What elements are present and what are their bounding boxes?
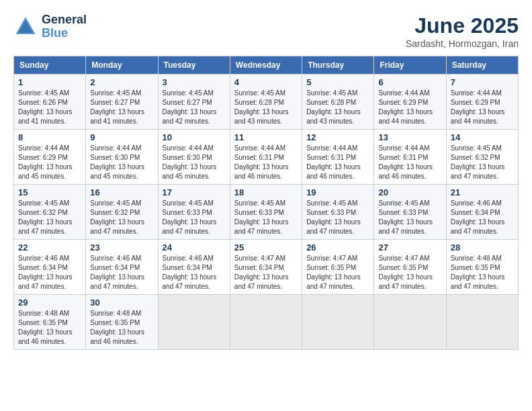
day-info: Sunrise: 4:45 AM Sunset: 6:32 PM Dayligh… — [90, 199, 153, 236]
calendar-table: Sunday Monday Tuesday Wednesday Thursday… — [13, 56, 519, 350]
day-number: 23 — [90, 242, 153, 253]
day-info: Sunrise: 4:45 AM Sunset: 6:33 PM Dayligh… — [234, 199, 298, 236]
header-saturday: Saturday — [446, 56, 518, 75]
header-wednesday: Wednesday — [230, 56, 302, 75]
calendar-cell — [230, 295, 302, 350]
day-info: Sunrise: 4:44 AM Sunset: 6:29 PM Dayligh… — [451, 89, 514, 126]
calendar-cell: 7Sunrise: 4:44 AM Sunset: 6:29 PM Daylig… — [446, 75, 518, 130]
day-info: Sunrise: 4:45 AM Sunset: 6:33 PM Dayligh… — [163, 199, 226, 236]
calendar-cell: 3Sunrise: 4:45 AM Sunset: 6:27 PM Daylig… — [158, 75, 230, 130]
day-number: 14 — [451, 132, 514, 142]
day-number: 1 — [18, 77, 81, 87]
day-info: Sunrise: 4:46 AM Sunset: 6:34 PM Dayligh… — [90, 254, 153, 291]
day-info: Sunrise: 4:44 AM Sunset: 6:31 PM Dayligh… — [306, 144, 369, 181]
calendar-cell — [302, 295, 374, 350]
day-number: 27 — [378, 242, 441, 253]
day-number: 10 — [163, 132, 226, 142]
day-number: 3 — [163, 77, 226, 87]
logo-line1: General — [42, 13, 87, 27]
calendar-cell: 8Sunrise: 4:44 AM Sunset: 6:29 PM Daylig… — [14, 130, 86, 185]
logo: General Blue — [13, 13, 87, 40]
day-number: 11 — [234, 132, 298, 142]
header-thursday: Thursday — [302, 56, 374, 75]
calendar-week-1: 1Sunrise: 4:45 AM Sunset: 6:26 PM Daylig… — [14, 75, 519, 130]
calendar-cell: 20Sunrise: 4:45 AM Sunset: 6:33 PM Dayli… — [374, 185, 446, 240]
calendar-week-2: 8Sunrise: 4:44 AM Sunset: 6:29 PM Daylig… — [14, 130, 519, 185]
day-info: Sunrise: 4:46 AM Sunset: 6:34 PM Dayligh… — [163, 254, 226, 291]
calendar-cell: 28Sunrise: 4:48 AM Sunset: 6:35 PM Dayli… — [446, 240, 518, 295]
calendar-week-3: 15Sunrise: 4:45 AM Sunset: 6:32 PM Dayli… — [14, 185, 519, 240]
calendar-cell — [158, 295, 230, 350]
day-info: Sunrise: 4:45 AM Sunset: 6:27 PM Dayligh… — [163, 89, 226, 126]
calendar-week-4: 22Sunrise: 4:46 AM Sunset: 6:34 PM Dayli… — [14, 240, 519, 295]
title-area: June 2025 Sardasht, Hormozgan, Iran — [406, 13, 519, 49]
day-info: Sunrise: 4:45 AM Sunset: 6:27 PM Dayligh… — [90, 89, 153, 126]
calendar-cell: 10Sunrise: 4:44 AM Sunset: 6:30 PM Dayli… — [158, 130, 230, 185]
day-number: 17 — [163, 187, 226, 197]
header-row: Sunday Monday Tuesday Wednesday Thursday… — [14, 56, 519, 75]
day-number: 16 — [90, 187, 153, 197]
day-number: 2 — [90, 77, 153, 87]
calendar-cell: 18Sunrise: 4:45 AM Sunset: 6:33 PM Dayli… — [230, 185, 302, 240]
calendar-cell: 24Sunrise: 4:46 AM Sunset: 6:34 PM Dayli… — [158, 240, 230, 295]
day-number: 20 — [378, 187, 441, 197]
calendar-subtitle: Sardasht, Hormozgan, Iran — [406, 38, 519, 49]
calendar-cell: 27Sunrise: 4:47 AM Sunset: 6:35 PM Dayli… — [374, 240, 446, 295]
day-info: Sunrise: 4:44 AM Sunset: 6:31 PM Dayligh… — [378, 144, 441, 181]
calendar-cell: 6Sunrise: 4:44 AM Sunset: 6:29 PM Daylig… — [374, 75, 446, 130]
day-number: 24 — [163, 242, 226, 253]
day-number: 29 — [18, 298, 81, 308]
day-info: Sunrise: 4:44 AM Sunset: 6:30 PM Dayligh… — [90, 144, 153, 181]
calendar-cell: 2Sunrise: 4:45 AM Sunset: 6:27 PM Daylig… — [86, 75, 158, 130]
header-friday: Friday — [374, 56, 446, 75]
day-number: 21 — [451, 187, 514, 197]
page-header: General Blue June 2025 Sardasht, Hormozg… — [13, 13, 519, 49]
day-number: 30 — [90, 298, 153, 308]
calendar-cell: 16Sunrise: 4:45 AM Sunset: 6:32 PM Dayli… — [86, 185, 158, 240]
calendar-cell: 30Sunrise: 4:48 AM Sunset: 6:35 PM Dayli… — [86, 295, 158, 350]
day-info: Sunrise: 4:44 AM Sunset: 6:30 PM Dayligh… — [163, 144, 226, 181]
day-info: Sunrise: 4:44 AM Sunset: 6:29 PM Dayligh… — [378, 89, 441, 126]
calendar-cell: 1Sunrise: 4:45 AM Sunset: 6:26 PM Daylig… — [14, 75, 86, 130]
day-info: Sunrise: 4:48 AM Sunset: 6:35 PM Dayligh… — [451, 254, 514, 291]
calendar-cell: 26Sunrise: 4:47 AM Sunset: 6:35 PM Dayli… — [302, 240, 374, 295]
calendar-cell: 22Sunrise: 4:46 AM Sunset: 6:34 PM Dayli… — [14, 240, 86, 295]
day-info: Sunrise: 4:44 AM Sunset: 6:31 PM Dayligh… — [234, 144, 298, 181]
calendar-cell: 14Sunrise: 4:45 AM Sunset: 6:32 PM Dayli… — [446, 130, 518, 185]
day-info: Sunrise: 4:46 AM Sunset: 6:34 PM Dayligh… — [451, 199, 514, 236]
day-info: Sunrise: 4:45 AM Sunset: 6:33 PM Dayligh… — [306, 199, 369, 236]
calendar-title: June 2025 — [406, 13, 519, 38]
day-info: Sunrise: 4:47 AM Sunset: 6:34 PM Dayligh… — [234, 254, 298, 291]
day-info: Sunrise: 4:47 AM Sunset: 6:35 PM Dayligh… — [378, 254, 441, 291]
day-info: Sunrise: 4:45 AM Sunset: 6:33 PM Dayligh… — [378, 199, 441, 236]
day-number: 26 — [306, 242, 369, 253]
day-number: 8 — [18, 132, 81, 142]
calendar-body: 1Sunrise: 4:45 AM Sunset: 6:26 PM Daylig… — [14, 75, 519, 350]
calendar-cell — [446, 295, 518, 350]
day-info: Sunrise: 4:45 AM Sunset: 6:32 PM Dayligh… — [18, 199, 81, 236]
calendar-cell: 21Sunrise: 4:46 AM Sunset: 6:34 PM Dayli… — [446, 185, 518, 240]
calendar-cell: 19Sunrise: 4:45 AM Sunset: 6:33 PM Dayli… — [302, 185, 374, 240]
day-info: Sunrise: 4:45 AM Sunset: 6:32 PM Dayligh… — [451, 144, 514, 181]
day-number: 4 — [234, 77, 298, 87]
logo-line2: Blue — [42, 26, 68, 40]
calendar-cell: 15Sunrise: 4:45 AM Sunset: 6:32 PM Dayli… — [14, 185, 86, 240]
calendar-cell: 17Sunrise: 4:45 AM Sunset: 6:33 PM Dayli… — [158, 185, 230, 240]
calendar-cell — [374, 295, 446, 350]
day-number: 25 — [234, 242, 298, 253]
day-number: 5 — [306, 77, 369, 87]
day-info: Sunrise: 4:45 AM Sunset: 6:28 PM Dayligh… — [306, 89, 369, 126]
day-info: Sunrise: 4:47 AM Sunset: 6:35 PM Dayligh… — [306, 254, 369, 291]
day-number: 13 — [378, 132, 441, 142]
calendar-week-5: 29Sunrise: 4:48 AM Sunset: 6:35 PM Dayli… — [14, 295, 519, 350]
day-info: Sunrise: 4:44 AM Sunset: 6:29 PM Dayligh… — [18, 144, 81, 181]
logo-icon — [13, 15, 38, 39]
header-sunday: Sunday — [14, 56, 86, 75]
logo-text: General Blue — [42, 13, 87, 40]
day-number: 28 — [451, 242, 514, 253]
day-info: Sunrise: 4:45 AM Sunset: 6:28 PM Dayligh… — [234, 89, 298, 126]
day-number: 6 — [378, 77, 441, 87]
calendar-cell: 9Sunrise: 4:44 AM Sunset: 6:30 PM Daylig… — [86, 130, 158, 185]
day-number: 7 — [451, 77, 514, 87]
day-number: 18 — [234, 187, 298, 197]
